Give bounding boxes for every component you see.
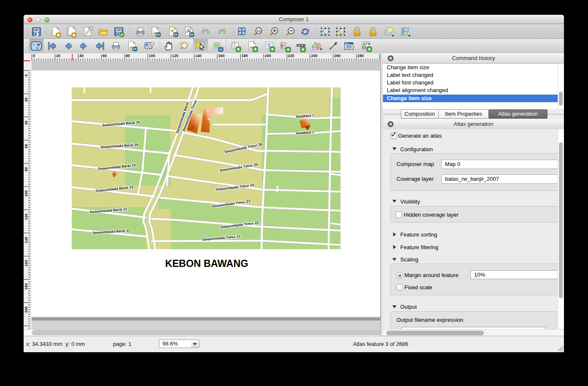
svg-text:180: 180: [242, 54, 248, 58]
svg-text:140: 140: [195, 54, 202, 58]
svg-text:100: 100: [24, 190, 28, 197]
svg-text:20: 20: [56, 54, 60, 58]
svg-text:240: 240: [311, 54, 317, 58]
svg-text:1:1: 1:1: [257, 30, 261, 33]
svg-text:80: 80: [24, 167, 28, 171]
svg-text:40: 40: [79, 54, 84, 58]
svg-text:40: 40: [24, 121, 28, 125]
svg-text:60: 60: [102, 54, 107, 58]
svg-text:80: 80: [126, 54, 130, 58]
svg-text:0: 0: [24, 74, 28, 76]
svg-text:140: 140: [24, 237, 28, 243]
svg-text:120: 120: [172, 54, 178, 58]
svg-text:120: 120: [24, 214, 28, 220]
svg-text:60: 60: [24, 144, 28, 148]
svg-text:0: 0: [33, 54, 35, 58]
svg-text:160: 160: [218, 54, 225, 58]
svg-text:100: 100: [149, 54, 155, 58]
svg-text:160: 160: [24, 260, 28, 266]
svg-text:280: 280: [357, 54, 364, 58]
svg-text:220: 220: [288, 54, 294, 58]
svg-text:260: 260: [334, 54, 340, 58]
svg-text:200: 200: [265, 54, 271, 58]
svg-text:20: 20: [24, 98, 28, 102]
svg-text:200: 200: [24, 307, 28, 313]
svg-text:180: 180: [24, 283, 28, 290]
